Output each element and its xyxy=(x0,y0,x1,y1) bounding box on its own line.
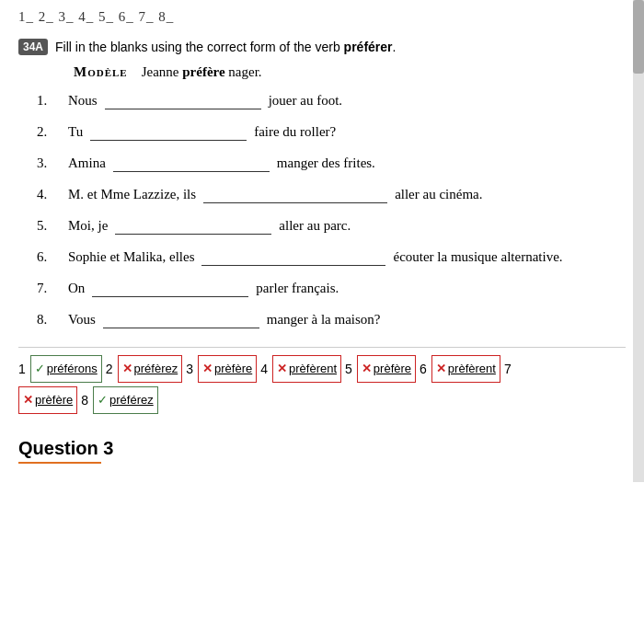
item-prefix: Sophie et Malika, elles xyxy=(68,249,194,265)
exercise-list: 1. Nous jouer au foot. 2. Tu faire du ro… xyxy=(37,93,626,328)
list-item: 2. Tu faire du roller? xyxy=(37,124,626,141)
item-suffix: manger à la maison? xyxy=(267,312,381,328)
answer-badge-wrong: ✕prèfèrent xyxy=(272,355,341,383)
blank-line xyxy=(203,187,387,203)
answer-text: prèfère xyxy=(374,357,411,381)
item-prefix: Tu xyxy=(68,124,83,140)
item-suffix: aller au parc. xyxy=(279,218,351,234)
x-icon: ✕ xyxy=(122,357,132,381)
modele-line: Modèle Jeanne préfère nager. xyxy=(74,64,626,80)
answer-text: prèfère xyxy=(214,357,252,381)
answer-number: 1 xyxy=(18,356,26,382)
scrollbar[interactable] xyxy=(633,0,644,482)
answers-section: 1✓préférons 2✕préfèrez 3✕prèfère 4✕prèfè… xyxy=(18,347,626,421)
top-navigation: 1_ 2_ 3_ 4_ 5_ 6_ 7_ 8_ xyxy=(18,9,626,25)
item-number: 8. xyxy=(37,312,64,328)
answer-text: prèfèrent xyxy=(448,357,496,381)
item-prefix: Amina xyxy=(68,155,106,171)
item-prefix: Vous xyxy=(68,312,96,328)
answer-text: prèfèrent xyxy=(289,357,337,381)
item-prefix: Moi, je xyxy=(68,218,108,234)
answer-number: 3 xyxy=(186,356,193,382)
item-prefix: Nous xyxy=(68,93,98,109)
answer-number: 4 xyxy=(260,356,268,382)
answer-badge-wrong: ✕prèfère xyxy=(18,386,77,414)
answer-text: préfèrez xyxy=(134,357,178,381)
blank-line xyxy=(115,218,271,235)
x-icon: ✕ xyxy=(23,388,33,412)
section-header: 34A Fill in the blanks using the correct… xyxy=(18,39,626,55)
answer-badge-correct: ✓préférez xyxy=(93,386,158,414)
x-icon: ✕ xyxy=(436,357,446,381)
nav-links: 1_ 2_ 3_ 4_ 5_ 6_ 7_ 8_ xyxy=(18,9,174,24)
verb-text: préférer xyxy=(344,40,393,54)
answer-badge-wrong: ✕prèfère xyxy=(198,355,257,383)
answer-number: 2 xyxy=(106,356,113,382)
check-icon: ✓ xyxy=(98,388,108,412)
list-item: 6. Sophie et Malika, elles écouter la mu… xyxy=(37,249,626,266)
answer-badge-correct: ✓préférons xyxy=(30,355,102,383)
blank-line xyxy=(92,281,248,297)
item-suffix: faire du roller? xyxy=(254,124,336,140)
item-number: 1. xyxy=(37,93,64,109)
x-icon: ✕ xyxy=(277,357,287,381)
list-item: 1. Nous jouer au foot. xyxy=(37,93,626,109)
answer-badge-wrong: ✕prèfèrent xyxy=(431,355,500,383)
item-prefix: On xyxy=(68,281,85,296)
question-label-text: Question 3 xyxy=(18,438,113,458)
section-badge: 34A xyxy=(18,39,48,55)
item-number: 3. xyxy=(37,155,64,171)
item-suffix: aller au cinéma. xyxy=(395,187,482,202)
list-item: 7. On parler français. xyxy=(37,281,626,297)
blank-line xyxy=(201,249,385,266)
item-number: 7. xyxy=(37,281,64,296)
item-suffix: écouter la musique alternative. xyxy=(393,249,562,265)
answer-number: 6 xyxy=(420,356,427,382)
answer-text: prèfère xyxy=(35,388,73,412)
modele-verb: préfère xyxy=(182,64,224,79)
x-icon: ✕ xyxy=(202,357,213,381)
list-item: 8. Vous manger à la maison? xyxy=(37,312,626,328)
answer-number: 5 xyxy=(345,356,352,382)
blank-line xyxy=(90,124,247,141)
modele-label: Modèle xyxy=(74,64,128,79)
item-suffix: jouer au foot. xyxy=(269,93,342,109)
modele-rest: nager. xyxy=(228,64,261,79)
instruction-text: Fill in the blanks using the correct for… xyxy=(55,40,340,54)
item-number: 5. xyxy=(37,218,64,234)
blank-line xyxy=(105,93,261,109)
item-number: 2. xyxy=(37,124,64,140)
section-underline xyxy=(18,462,101,464)
list-item: 5. Moi, je aller au parc. xyxy=(37,218,626,235)
item-prefix: M. et Mme Lazzize, ils xyxy=(68,187,196,202)
modele-subject: Jeanne xyxy=(142,64,179,79)
answer-text: préférez xyxy=(109,388,154,412)
item-suffix: manger des frites. xyxy=(277,155,375,171)
answer-number: 7 xyxy=(504,356,512,382)
answer-number: 8 xyxy=(81,387,88,413)
x-icon: ✕ xyxy=(362,357,372,381)
answer-text: préférons xyxy=(47,357,98,381)
blank-line xyxy=(113,155,270,172)
item-suffix: parler français. xyxy=(256,281,339,296)
blank-line xyxy=(103,312,259,328)
list-item: 4. M. et Mme Lazzize, ils aller au ciném… xyxy=(37,187,626,203)
question-3-label: Question 3 xyxy=(18,438,626,464)
answer-badge-wrong: ✕prèfère xyxy=(357,355,416,383)
item-number: 4. xyxy=(37,187,64,202)
list-item: 3. Amina manger des frites. xyxy=(37,155,626,172)
scrollbar-thumb xyxy=(633,0,644,74)
item-number: 6. xyxy=(37,249,64,265)
check-icon: ✓ xyxy=(35,357,45,381)
answer-badge-wrong: ✕préfèrez xyxy=(118,355,183,383)
section-instruction: Fill in the blanks using the correct for… xyxy=(55,40,396,54)
